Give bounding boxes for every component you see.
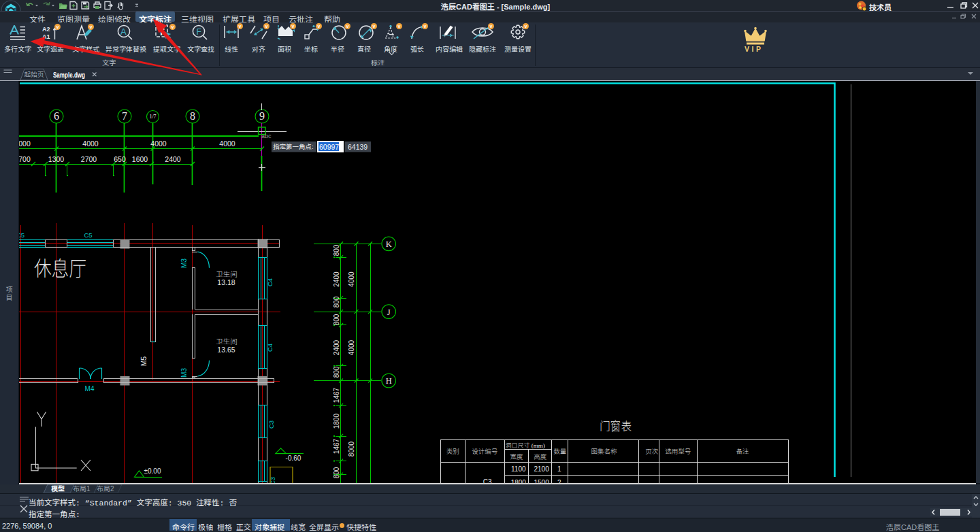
svg-text:13.65: 13.65 <box>217 346 235 354</box>
svg-text:1: 1 <box>557 465 561 473</box>
svg-text:H: H <box>386 376 392 386</box>
svg-text:T: T <box>159 26 165 37</box>
svg-text:4000: 4000 <box>82 139 99 148</box>
svg-text:高度: 高度 <box>534 452 547 461</box>
svg-text:650: 650 <box>114 155 126 163</box>
svg-text:1600: 1600 <box>132 155 148 163</box>
svg-text:64139: 64139 <box>348 143 368 151</box>
svg-text:1/7: 1/7 <box>149 114 156 120</box>
svg-text:C4: C4 <box>266 344 274 352</box>
svg-text:图集名称: 图集名称 <box>591 446 617 456</box>
svg-text:4000: 4000 <box>219 139 235 148</box>
svg-text:备注: 备注 <box>736 446 749 456</box>
svg-text:2700: 2700 <box>81 155 97 163</box>
svg-text:Sample.dwg: Sample.dwg <box>53 71 85 79</box>
svg-text:C4: C4 <box>266 278 274 286</box>
svg-text:门窗表: 门窗表 <box>600 416 632 434</box>
svg-text:800: 800 <box>333 296 340 307</box>
svg-text:-0.60: -0.60 <box>286 454 301 462</box>
svg-text:VIP: VIP <box>745 45 763 53</box>
svg-text:宽度: 宽度 <box>510 452 523 461</box>
svg-text:C3: C3 <box>483 478 492 484</box>
svg-text:9: 9 <box>259 110 265 122</box>
svg-text:800: 800 <box>333 366 340 378</box>
svg-text:数量: 数量 <box>553 446 567 456</box>
svg-text:布局2: 布局2 <box>97 485 114 493</box>
svg-text:A2: A2 <box>42 26 50 33</box>
svg-text:±0.00: ±0.00 <box>144 467 161 475</box>
svg-text:abc: abc <box>261 133 272 139</box>
svg-text:K: K <box>386 239 392 249</box>
svg-text:类别: 类别 <box>446 446 459 456</box>
svg-text:F: F <box>197 27 201 37</box>
svg-text:4000: 4000 <box>150 139 167 148</box>
svg-text:选用型号: 选用型号 <box>665 446 691 456</box>
svg-text:M3: M3 <box>180 368 188 378</box>
svg-text:A: A <box>120 27 127 37</box>
svg-text:1467: 1467 <box>333 387 340 403</box>
svg-text:7: 7 <box>122 110 127 122</box>
svg-text:设计编号: 设计编号 <box>472 446 497 456</box>
svg-text:J: J <box>387 307 391 317</box>
svg-text:8: 8 <box>190 110 195 122</box>
svg-text:700: 700 <box>19 155 31 163</box>
svg-text:M4: M4 <box>85 385 95 393</box>
svg-text:800: 800 <box>333 244 340 256</box>
svg-text:卫生间: 卫生间 <box>216 336 238 346</box>
svg-text:C5: C5 <box>19 231 24 239</box>
svg-text:1467: 1467 <box>333 438 340 454</box>
svg-text:休息厅: 休息厅 <box>34 252 86 282</box>
svg-text:卫生间: 卫生间 <box>216 269 238 279</box>
svg-text:布局1: 布局1 <box>73 485 91 493</box>
svg-text:4000: 4000 <box>348 271 355 287</box>
svg-text:6: 6 <box>54 110 59 122</box>
svg-text:M3: M3 <box>180 259 188 268</box>
svg-text:C3: C3 <box>267 420 275 429</box>
svg-text:1800: 1800 <box>333 413 340 429</box>
svg-text:指定第一角点:: 指定第一角点: <box>273 143 314 150</box>
svg-text:8000: 8000 <box>348 441 355 456</box>
svg-text:A1: A1 <box>42 33 50 40</box>
svg-text:洞口尺寸 (mm): 洞口尺寸 (mm) <box>506 441 545 450</box>
svg-text:2100: 2100 <box>534 465 549 473</box>
svg-text:模型: 模型 <box>51 485 65 493</box>
svg-text:800: 800 <box>333 467 340 478</box>
svg-text:1100: 1100 <box>511 465 526 473</box>
svg-text:000: 000 <box>19 139 31 148</box>
svg-text:页次: 页次 <box>645 446 659 456</box>
svg-text:13.18: 13.18 <box>217 278 235 286</box>
svg-text:C3: C3 <box>269 477 276 483</box>
svg-text:2400: 2400 <box>333 271 340 287</box>
svg-text:M5: M5 <box>140 356 148 366</box>
svg-text:800: 800 <box>333 314 340 325</box>
svg-text:C5: C5 <box>84 231 92 239</box>
svg-text:2400: 2400 <box>165 155 181 163</box>
svg-text:4000: 4000 <box>348 339 355 355</box>
svg-text:2400: 2400 <box>333 339 340 355</box>
svg-text:起始页: 起始页 <box>24 71 44 78</box>
svg-text:1300: 1300 <box>48 155 65 163</box>
svg-text:60997: 60997 <box>319 143 339 151</box>
